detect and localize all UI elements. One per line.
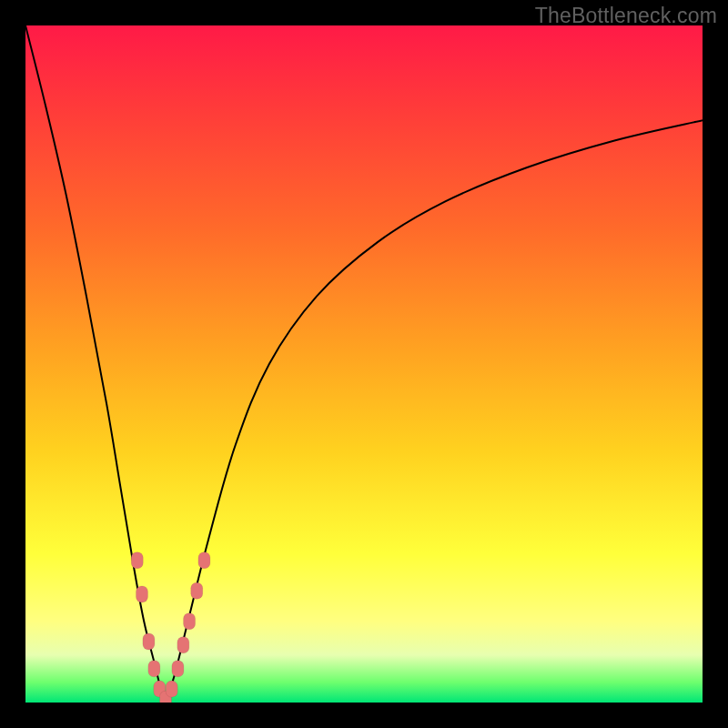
data-marker [148,661,160,677]
chart-svg [25,25,703,703]
data-marker [143,633,155,650]
data-marker [166,681,177,697]
curve-right-branch [166,120,703,703]
marker-group [131,552,210,703]
chart-frame: TheBottleneck.com [0,0,728,728]
watermark-text: TheBottleneck.com [535,4,717,28]
data-marker [131,552,143,569]
plot-area [25,25,703,703]
data-marker [136,586,147,602]
data-marker [191,582,203,599]
data-marker [177,637,189,653]
data-marker [184,613,196,630]
data-marker [172,661,184,677]
data-marker [198,552,210,569]
